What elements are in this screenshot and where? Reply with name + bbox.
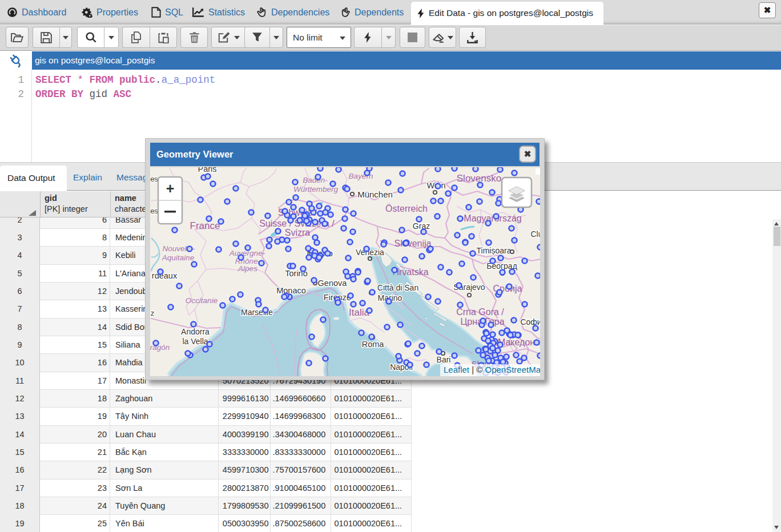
svg-text:Italia: Italia xyxy=(349,307,369,318)
svg-text:Österreich: Österreich xyxy=(385,204,428,213)
svg-text:Slovenija: Slovenija xyxy=(394,239,432,248)
svg-text:es: es xyxy=(150,175,158,183)
svg-text:rdeaux: rdeaux xyxy=(152,271,178,280)
svg-text:Bari: Bari xyxy=(437,355,451,364)
svg-text:Monaco: Monaco xyxy=(276,286,306,295)
svg-text:Софи: Софи xyxy=(520,317,540,327)
svg-text:Hrvatska: Hrvatska xyxy=(392,267,428,277)
svg-text:Roma: Roma xyxy=(362,340,385,349)
svg-text:Leaflet | © OpenStreetMap: Leaflet | © OpenStreetMap xyxy=(444,365,540,374)
svg-text:Magyarország: Magyarország xyxy=(464,213,521,223)
svg-text:France: France xyxy=(190,220,220,231)
svg-text:la Vella: la Vella xyxy=(182,337,208,346)
svg-text:Graz: Graz xyxy=(413,221,430,231)
svg-text:+: + xyxy=(166,180,175,196)
svg-text:Crna Gora /: Crna Gora / xyxy=(456,307,504,317)
svg-text:es: es xyxy=(150,207,158,215)
svg-text:Aquitaine: Aquitaine xyxy=(162,253,194,262)
svg-text:München: München xyxy=(357,190,393,199)
svg-text:Paris: Paris xyxy=(198,167,216,174)
svg-text:Clu: Clu xyxy=(530,229,540,239)
svg-text:Venezia: Venezia xyxy=(356,248,384,257)
svg-text:Genova: Genova xyxy=(318,279,348,288)
svg-text:Occitanie: Occitanie xyxy=(186,296,218,305)
svg-text:z: z xyxy=(151,309,155,317)
svg-text:Timișoara: Timișoara xyxy=(477,246,512,255)
svg-text:Alpes: Alpes xyxy=(237,264,257,273)
svg-text:Svizra: Svizra xyxy=(285,228,311,237)
svg-text:Città di San: Città di San xyxy=(377,283,418,292)
svg-text:Andorra: Andorra xyxy=(181,327,210,336)
